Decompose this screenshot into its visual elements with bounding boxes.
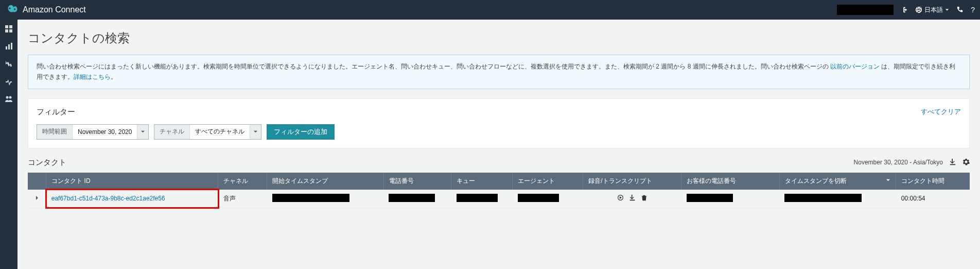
details-link[interactable]: 詳細はこちら — [74, 73, 111, 80]
metrics-icon[interactable] — [5, 42, 13, 51]
svg-rect-6 — [11, 43, 12, 49]
col-duration[interactable]: コンタクト時間 — [896, 173, 970, 190]
contacts-title: コンタクト — [28, 158, 66, 167]
download-icon[interactable] — [949, 158, 956, 167]
col-contact-id[interactable]: コンタクト ID — [46, 173, 218, 190]
prev-version-link[interactable]: 以前のバージョン — [830, 63, 880, 70]
col-rec[interactable]: 録音/トランスクリプト — [583, 173, 681, 190]
col-disc-ts[interactable]: タイムスタンプを切断 — [779, 173, 896, 190]
svg-point-7 — [6, 96, 9, 99]
language-selector[interactable]: 日本語 — [915, 6, 949, 14]
col-cust-phone[interactable]: お客様の電話番号 — [681, 173, 780, 190]
play-icon[interactable] — [617, 194, 624, 203]
delete-recording-icon[interactable] — [641, 194, 647, 203]
add-filter-button[interactable]: フィルターの追加 — [267, 124, 335, 140]
flows-icon[interactable] — [5, 77, 13, 86]
users-icon[interactable] — [5, 95, 13, 103]
svg-rect-4 — [6, 46, 7, 49]
filters-panel: フィルター すべてクリア 時間範囲 November 30, 2020 チャネル… — [28, 98, 970, 148]
account-redacted — [837, 5, 894, 15]
download-recording-icon[interactable] — [629, 194, 636, 203]
cell-duration: 00:00:54 — [896, 190, 970, 208]
col-queue[interactable]: キュー — [451, 173, 513, 190]
settings-icon[interactable] — [962, 158, 970, 167]
table-row: eaf67bd1-c51d-473a-9b8c-ed2c1ae2fe56 音声 — [28, 190, 970, 208]
signout-icon[interactable] — [901, 6, 908, 13]
svg-rect-5 — [8, 44, 10, 49]
svg-point-8 — [9, 96, 12, 99]
chevron-down-icon — [137, 125, 148, 139]
col-start-ts[interactable]: 開始タイムスタンプ — [267, 173, 384, 190]
app-header: Amazon Connect 日本語 ? — [0, 0, 980, 20]
connect-logo-icon — [5, 2, 19, 18]
phone-icon[interactable] — [956, 6, 964, 13]
info-banner: 問い合わせ検索ページにはまったく新しい機能があります。検索期間を時間単位で選択で… — [28, 55, 970, 89]
dashboard-icon[interactable] — [5, 25, 13, 33]
routing-icon[interactable] — [5, 60, 13, 68]
app-logo: Amazon Connect — [5, 2, 86, 18]
cell-recording — [583, 190, 681, 208]
app-name: Amazon Connect — [23, 5, 86, 14]
clear-all-link[interactable]: すべてクリア — [921, 107, 961, 116]
svg-rect-2 — [5, 29, 8, 32]
svg-rect-0 — [5, 25, 8, 28]
sort-desc-icon — [886, 177, 890, 184]
col-agent[interactable]: エージェント — [513, 173, 583, 190]
col-phone[interactable]: 電話番号 — [383, 173, 451, 190]
chevron-down-icon — [250, 125, 261, 139]
help-icon[interactable]: ? — [971, 6, 975, 14]
cell-agent — [513, 190, 583, 208]
contacts-table: コンタクト ID チャネル 開始タイムスタンプ 電話番号 キュー エージェント … — [28, 173, 970, 208]
page-title: コンタクトの検索 — [28, 30, 970, 46]
date-range-label: November 30, 2020 - Asia/Tokyo — [854, 159, 943, 166]
svg-rect-1 — [9, 25, 12, 28]
cell-phone — [383, 190, 451, 208]
sidebar — [0, 20, 18, 269]
channel-filter[interactable]: チャネル すべてのチャネル — [154, 124, 261, 140]
time-range-filter[interactable]: 時間範囲 November 30, 2020 — [37, 124, 149, 140]
filters-title: フィルター — [37, 107, 75, 117]
cell-cust-phone — [681, 190, 780, 208]
col-channel[interactable]: チャネル — [218, 173, 267, 190]
expand-row-button[interactable] — [28, 190, 46, 208]
cell-channel: 音声 — [218, 190, 267, 208]
cell-queue — [451, 190, 513, 208]
cell-start-ts — [267, 190, 384, 208]
col-expand — [28, 173, 46, 190]
contact-id-link[interactable]: eaf67bd1-c51d-473a-9b8c-ed2c1ae2fe56 — [51, 195, 165, 202]
contacts-section: コンタクト November 30, 2020 - Asia/Tokyo コンタ… — [28, 158, 970, 208]
svg-rect-3 — [9, 29, 12, 32]
cell-disc-ts — [779, 190, 896, 208]
